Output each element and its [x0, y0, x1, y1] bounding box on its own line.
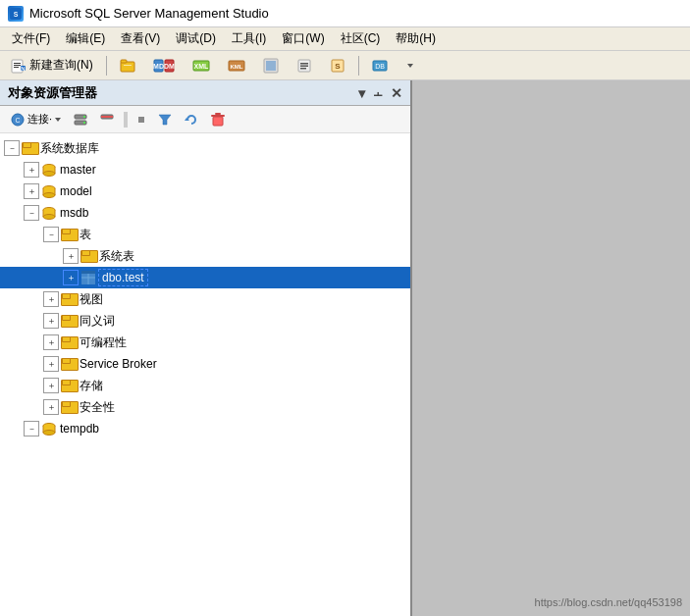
menu-tools[interactable]: 工具(I)	[224, 28, 274, 49]
sync-icon	[184, 112, 199, 128]
exp-toolbar-btn-sync[interactable]	[180, 110, 203, 129]
svg-text:DM: DM	[164, 63, 175, 70]
exp-toolbar-btn-disconnect[interactable]	[95, 110, 119, 129]
tree-node-anquanxing[interactable]: ＋ 安全性	[0, 396, 410, 418]
svg-rect-3	[14, 63, 21, 64]
expand-service-broker[interactable]: ＋	[43, 356, 59, 372]
db-icon-tempdb	[41, 421, 57, 436]
svg-point-47	[43, 172, 55, 177]
tree-node-cunchu[interactable]: ＋ 存储	[0, 375, 410, 396]
expand-anquanxing[interactable]: ＋	[43, 399, 59, 415]
pin-vertical-icon[interactable]: ⫠	[371, 85, 385, 101]
tree-node-tongyici[interactable]: ＋ 同义词	[0, 310, 410, 332]
svg-text:N: N	[21, 66, 25, 72]
disconnect-icon	[99, 112, 115, 128]
svg-marker-32	[55, 118, 61, 122]
expand-dbo-test[interactable]: ＋	[63, 270, 79, 285]
menu-bar: 文件(F) 编辑(E) 查看(V) 调试(D) 工具(I) 窗口(W) 社区(C…	[0, 27, 690, 51]
folder-icon-tongyici	[61, 313, 77, 329]
toolbar-md1-button[interactable]: MD DM	[146, 55, 182, 77]
svg-point-52	[43, 193, 55, 198]
expand-model[interactable]: ＋	[24, 183, 39, 199]
chevron-down-icon	[405, 61, 415, 71]
app-title: Microsoft SQL Server Management Studio	[29, 6, 269, 21]
exp-toolbar-btn-refresh[interactable]	[69, 110, 92, 129]
connect-dropdown-icon	[54, 116, 62, 124]
expand-system-biao[interactable]: ＋	[63, 248, 79, 264]
expand-cunchu[interactable]: ＋	[43, 378, 59, 393]
expand-biao[interactable]: －	[43, 227, 59, 242]
tempdb-label: tempdb	[60, 422, 99, 436]
pin-icon[interactable]: ▾	[358, 85, 365, 101]
svg-rect-20	[266, 61, 276, 71]
toolbar-icon3-button[interactable]: XML	[186, 55, 217, 77]
toolbar-icon7: S	[330, 58, 345, 74]
toolbar-icon8-button[interactable]: DB	[365, 55, 395, 77]
svg-text:S: S	[335, 62, 341, 71]
exp-toolbar-btn-delete[interactable]	[206, 110, 230, 129]
new-query-button[interactable]: N 新建查询(N)	[4, 54, 100, 77]
menu-help[interactable]: 帮助(H)	[388, 28, 444, 49]
filter-icon	[157, 112, 173, 128]
main-layout: 对象资源管理器 ▾ ⫠ ✕ C 连接·	[0, 80, 690, 616]
menu-edit[interactable]: 编辑(E)	[58, 28, 113, 49]
folder-icon-anquanxing	[61, 399, 77, 415]
menu-window[interactable]: 窗口(W)	[274, 28, 332, 49]
expand-master[interactable]: ＋	[24, 162, 39, 178]
connect-button[interactable]: C 连接·	[6, 110, 66, 129]
toolbar-down-button[interactable]	[398, 58, 422, 74]
toolbar-icon6-button[interactable]	[290, 55, 319, 77]
tree-node-kebianchengxing[interactable]: ＋ 可编程性	[0, 332, 410, 353]
menu-file[interactable]: 文件(F)	[4, 28, 58, 49]
tree-view[interactable]: － 系统数据库 ＋ master	[0, 133, 410, 616]
explorer-toolbar: C 连接·	[0, 106, 410, 133]
explorer-title: 对象资源管理器	[8, 84, 97, 102]
tree-node-master[interactable]: ＋ master	[0, 159, 410, 180]
tree-node-service-broker[interactable]: ＋ Service Broker	[0, 353, 410, 375]
exp-toolbar-btn-stop[interactable]	[133, 113, 150, 127]
tree-node-system-databases[interactable]: － 系统数据库	[0, 137, 410, 159]
kebianchengxing-label: 可编程性	[80, 334, 127, 351]
folder-icon-kebianchengxing	[61, 334, 77, 350]
svg-text:MD: MD	[153, 63, 164, 70]
explorer-header-left: 对象资源管理器	[8, 84, 97, 102]
tree-node-msdb[interactable]: － msdb	[0, 202, 410, 224]
toolbar-open-button[interactable]	[113, 55, 142, 77]
svg-rect-39	[138, 117, 144, 123]
expand-tempdb[interactable]: －	[24, 421, 39, 436]
expand-shitu[interactable]: ＋	[43, 291, 59, 307]
md1-icon: MD DM	[153, 58, 175, 74]
tree-node-system-biao[interactable]: ＋ 系统表	[0, 245, 410, 267]
svg-rect-9	[121, 60, 127, 63]
tree-node-shitu[interactable]: ＋ 视图	[0, 288, 410, 310]
toolbar-icon6	[296, 58, 312, 74]
svg-rect-43	[211, 115, 225, 117]
expand-tongyici[interactable]: ＋	[43, 313, 59, 329]
db-icon-msdb	[41, 205, 57, 221]
dbo-test-label: dbo.test	[99, 270, 147, 285]
expand-system-databases[interactable]: －	[4, 140, 20, 156]
tree-node-dbo-test[interactable]: ＋ dbo.test	[0, 267, 410, 288]
toolbar-icon7-button[interactable]: S	[323, 55, 352, 77]
toolbar-icon5-button[interactable]	[256, 55, 286, 77]
msdb-label: msdb	[60, 206, 88, 220]
exp-toolbar-btn-filter[interactable]	[153, 110, 177, 129]
delete-icon	[210, 112, 226, 128]
expand-msdb[interactable]: －	[24, 205, 39, 221]
toolbar-icon4-button[interactable]: KML	[221, 55, 252, 77]
explorer-header-icons: ▾ ⫠ ✕	[358, 85, 402, 101]
menu-community[interactable]: 社区(C)	[333, 28, 389, 49]
tree-node-biao[interactable]: － 表	[0, 224, 410, 245]
biao-label: 表	[80, 227, 91, 243]
shitu-label: 视图	[80, 291, 103, 308]
close-icon[interactable]: ✕	[391, 85, 402, 101]
toolbar-icon8: DB	[372, 58, 388, 74]
folder-icon-shitu	[61, 291, 77, 307]
tree-node-model[interactable]: ＋ model	[0, 180, 410, 202]
tree-node-tempdb[interactable]: － tempdb	[0, 418, 410, 439]
menu-view[interactable]: 查看(V)	[113, 28, 168, 49]
menu-debug[interactable]: 调试(D)	[168, 28, 224, 49]
app-icon: S	[8, 6, 24, 22]
expand-kebianchengxing[interactable]: ＋	[43, 334, 59, 350]
anquanxing-label: 安全性	[80, 399, 115, 416]
